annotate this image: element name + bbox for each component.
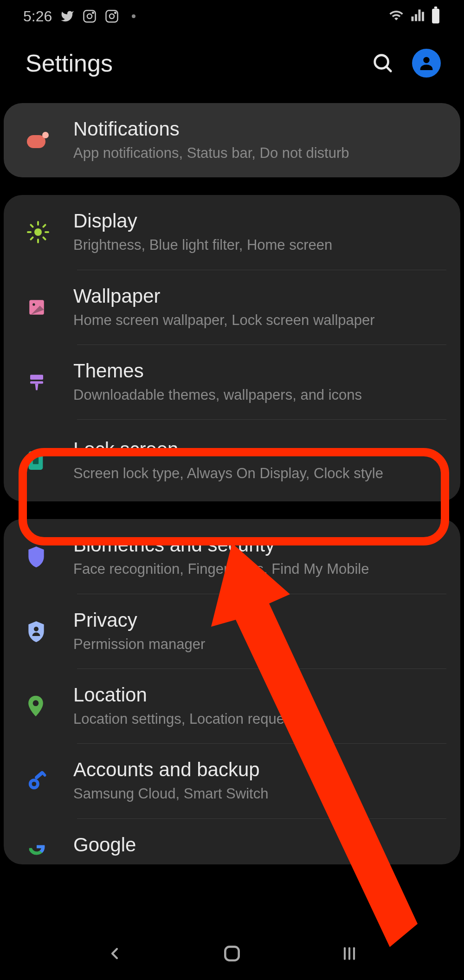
profile-button[interactable]	[412, 49, 441, 78]
nav-recents-button[interactable]	[331, 935, 368, 972]
header-actions	[372, 49, 441, 78]
item-subtitle: App notifications, Status bar, Do not di…	[73, 144, 444, 162]
svg-point-28	[34, 627, 39, 631]
settings-item-accounts[interactable]: Accounts and backup Samsung Cloud, Smart…	[4, 744, 460, 818]
svg-rect-35	[225, 947, 238, 960]
svg-point-1	[87, 14, 92, 19]
item-subtitle: Downloadable themes, wallpapers, and ico…	[73, 386, 444, 404]
page-title: Settings	[26, 49, 113, 77]
item-title: Location	[73, 684, 444, 706]
shield-icon	[22, 545, 73, 568]
settings-header: Settings	[0, 32, 464, 103]
brush-icon	[22, 372, 73, 392]
item-subtitle: Face recognition, Fingerprints, Find My …	[73, 560, 444, 578]
status-right	[389, 6, 441, 26]
item-title: Biometrics and security	[73, 534, 444, 556]
item-title: Wallpaper	[73, 285, 444, 307]
settings-group-display: Display Brightness, Blue light filter, H…	[4, 195, 460, 501]
svg-rect-24	[30, 375, 43, 380]
svg-point-12	[42, 132, 49, 138]
svg-point-2	[93, 12, 94, 13]
item-subtitle: Samsung Cloud, Smart Switch	[73, 785, 444, 803]
svg-point-31	[32, 781, 37, 786]
settings-item-biometrics[interactable]: Biometrics and security Face recognition…	[4, 519, 460, 593]
twitter-icon	[60, 9, 74, 23]
svg-rect-11	[27, 135, 45, 148]
svg-point-29	[33, 701, 39, 707]
status-bar: 5:26	[0, 0, 464, 32]
svg-line-16	[31, 225, 32, 227]
settings-item-lock-screen[interactable]: Lock screen Screen lock type, Always On …	[4, 420, 460, 501]
settings-group-notifications: Notifications App notifications, Status …	[4, 103, 460, 177]
sun-icon	[22, 221, 73, 243]
svg-rect-25	[30, 381, 43, 383]
item-title: Privacy	[73, 609, 444, 631]
svg-point-13	[34, 228, 42, 236]
item-title: Google	[73, 834, 444, 856]
svg-point-4	[110, 14, 114, 19]
navigation-bar	[0, 927, 464, 980]
settings-item-notifications[interactable]: Notifications App notifications, Status …	[4, 103, 460, 177]
svg-rect-7	[434, 6, 437, 9]
settings-group-security: Biometrics and security Face recognition…	[4, 519, 460, 864]
instagram-icon	[105, 9, 119, 23]
more-indicator-dot	[132, 14, 135, 18]
settings-item-google[interactable]: Google	[4, 819, 460, 864]
item-subtitle: Screen lock type, Always On Display, Clo…	[73, 464, 444, 483]
svg-point-5	[115, 12, 116, 13]
item-subtitle: Home screen wallpaper, Lock screen wallp…	[73, 311, 444, 330]
signal-icon	[410, 8, 424, 24]
status-time: 5:26	[23, 8, 52, 25]
nav-home-button[interactable]	[213, 935, 251, 972]
svg-line-17	[43, 238, 45, 240]
item-title: Notifications	[73, 118, 444, 140]
lock-icon	[22, 450, 73, 471]
item-title: Display	[73, 210, 444, 232]
svg-line-20	[31, 238, 32, 240]
svg-line-21	[43, 225, 45, 227]
svg-point-23	[32, 303, 35, 305]
image-icon	[22, 298, 73, 317]
item-title: Themes	[73, 360, 444, 382]
item-title: Lock screen	[73, 438, 444, 461]
svg-line-9	[387, 67, 391, 71]
settings-item-wallpaper[interactable]: Wallpaper Home screen wallpaper, Lock sc…	[4, 270, 460, 344]
settings-list: Notifications App notifications, Status …	[0, 103, 464, 864]
item-subtitle: Location settings, Location requests	[73, 710, 444, 728]
wifi-icon	[389, 8, 404, 25]
settings-item-display[interactable]: Display Brightness, Blue light filter, H…	[4, 195, 460, 269]
svg-point-10	[423, 57, 429, 63]
key-icon	[22, 771, 73, 792]
item-subtitle: Brightness, Blue light filter, Home scre…	[73, 236, 444, 254]
instagram-icon	[83, 9, 97, 23]
pin-icon	[22, 695, 73, 717]
google-icon	[22, 837, 73, 857]
settings-item-themes[interactable]: Themes Downloadable themes, wallpapers, …	[4, 345, 460, 419]
item-title: Accounts and backup	[73, 759, 444, 781]
notifications-icon	[22, 131, 73, 149]
nav-back-button[interactable]	[96, 935, 133, 972]
shield-person-icon	[22, 620, 73, 643]
settings-item-privacy[interactable]: Privacy Permission manager	[4, 594, 460, 668]
status-left: 5:26	[23, 8, 135, 25]
svg-rect-6	[432, 9, 439, 24]
item-subtitle: Permission manager	[73, 635, 444, 654]
battery-icon	[431, 6, 441, 26]
settings-item-location[interactable]: Location Location settings, Location req…	[4, 669, 460, 743]
search-button[interactable]	[372, 52, 393, 74]
